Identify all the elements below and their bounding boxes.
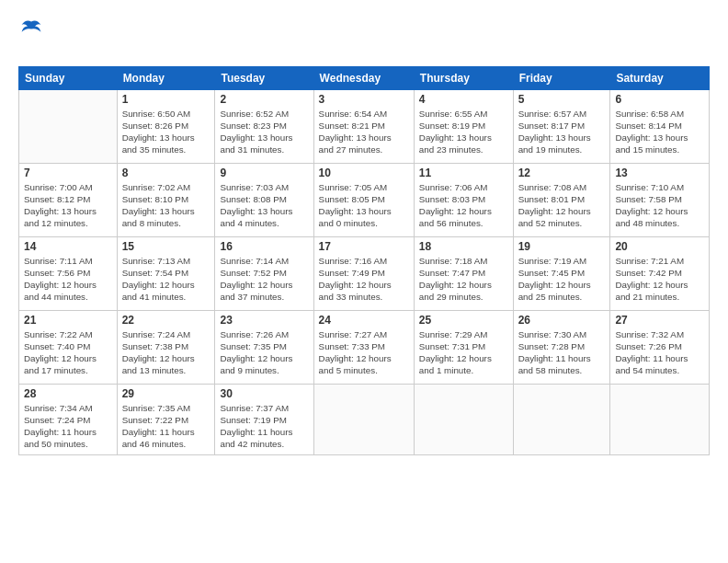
cell-info-text: Sunrise: 7:11 AMSunset: 7:56 PMDaylight:… (24, 255, 112, 304)
cell-date-number: 1 (122, 93, 210, 106)
cell-info-text: Sunrise: 7:14 AMSunset: 7:52 PMDaylight:… (220, 255, 308, 304)
cell-date-number: 4 (419, 93, 508, 106)
calendar-cell (513, 384, 610, 454)
calendar-cell: 11Sunrise: 7:06 AMSunset: 8:03 PMDayligh… (414, 163, 513, 236)
cell-info-text: Sunrise: 6:57 AMSunset: 8:17 PMDaylight:… (518, 108, 606, 156)
cell-info-text: Sunrise: 7:21 AMSunset: 7:42 PMDaylight:… (615, 255, 704, 304)
cell-date-number: 20 (615, 240, 704, 253)
cell-info-text: Sunrise: 7:10 AMSunset: 7:58 PMDaylight:… (615, 181, 704, 230)
cell-date-number: 21 (24, 314, 112, 327)
cell-date-number: 29 (122, 387, 210, 400)
calendar-cell: 18Sunrise: 7:18 AMSunset: 7:47 PMDayligh… (414, 236, 513, 310)
logo (18, 20, 42, 59)
cell-info-text: Sunrise: 7:05 AMSunset: 8:05 PMDaylight:… (319, 181, 409, 230)
calendar-cell: 15Sunrise: 7:13 AMSunset: 7:54 PMDayligh… (117, 236, 215, 310)
cell-info-text: Sunrise: 7:37 AMSunset: 7:19 PMDaylight:… (220, 402, 308, 451)
weekday-header-saturday: Saturday (610, 66, 710, 89)
cell-info-text: Sunrise: 7:32 AMSunset: 7:26 PMDaylight:… (615, 328, 704, 377)
cell-info-text: Sunrise: 7:13 AMSunset: 7:54 PMDaylight:… (122, 255, 210, 304)
cell-date-number: 16 (220, 240, 308, 253)
cell-info-text: Sunrise: 7:22 AMSunset: 7:40 PMDaylight:… (24, 328, 112, 377)
cell-date-number: 23 (220, 314, 308, 327)
cell-info-text: Sunrise: 7:06 AMSunset: 8:03 PMDaylight:… (419, 181, 508, 230)
calendar-cell: 7Sunrise: 7:00 AMSunset: 8:12 PMDaylight… (19, 163, 118, 236)
calendar-cell: 14Sunrise: 7:11 AMSunset: 7:56 PMDayligh… (19, 236, 118, 310)
cell-date-number: 6 (615, 93, 704, 106)
calendar-cell: 27Sunrise: 7:32 AMSunset: 7:26 PMDayligh… (610, 310, 710, 384)
cell-date-number: 10 (319, 167, 409, 179)
calendar-cell: 9Sunrise: 7:03 AMSunset: 8:08 PMDaylight… (215, 163, 313, 236)
calendar-cell: 5Sunrise: 6:57 AMSunset: 8:17 PMDaylight… (513, 89, 610, 163)
cell-date-number: 3 (319, 93, 409, 106)
cell-info-text: Sunrise: 7:16 AMSunset: 7:49 PMDaylight:… (319, 255, 409, 304)
calendar-cell: 22Sunrise: 7:24 AMSunset: 7:38 PMDayligh… (117, 310, 215, 384)
weekday-header-wednesday: Wednesday (313, 66, 414, 89)
calendar-cell: 3Sunrise: 6:54 AMSunset: 8:21 PMDaylight… (313, 89, 414, 163)
cell-info-text: Sunrise: 6:50 AMSunset: 8:26 PMDaylight:… (122, 108, 210, 156)
cell-info-text: Sunrise: 7:34 AMSunset: 7:24 PMDaylight:… (24, 402, 112, 451)
calendar-cell: 26Sunrise: 7:30 AMSunset: 7:28 PMDayligh… (513, 310, 610, 384)
calendar-cell (610, 384, 710, 454)
calendar-cell: 4Sunrise: 6:55 AMSunset: 8:19 PMDaylight… (414, 89, 513, 163)
cell-date-number: 5 (518, 93, 606, 106)
calendar-cell: 12Sunrise: 7:08 AMSunset: 8:01 PMDayligh… (513, 163, 610, 236)
cell-date-number: 2 (220, 93, 308, 106)
weekday-header-sunday: Sunday (19, 66, 118, 89)
cell-date-number: 13 (615, 167, 704, 179)
cell-info-text: Sunrise: 6:54 AMSunset: 8:21 PMDaylight:… (319, 108, 409, 156)
cell-date-number: 25 (419, 314, 508, 327)
calendar-cell: 25Sunrise: 7:29 AMSunset: 7:31 PMDayligh… (414, 310, 513, 384)
cell-info-text: Sunrise: 7:08 AMSunset: 8:01 PMDaylight:… (518, 181, 606, 230)
calendar-cell: 2Sunrise: 6:52 AMSunset: 8:23 PMDaylight… (215, 89, 313, 163)
calendar-cell (19, 89, 118, 163)
cell-info-text: Sunrise: 7:18 AMSunset: 7:47 PMDaylight:… (419, 255, 508, 304)
weekday-header-tuesday: Tuesday (215, 66, 313, 89)
cell-info-text: Sunrise: 7:27 AMSunset: 7:33 PMDaylight:… (319, 328, 409, 377)
calendar-cell: 19Sunrise: 7:19 AMSunset: 7:45 PMDayligh… (513, 236, 610, 310)
cell-info-text: Sunrise: 7:35 AMSunset: 7:22 PMDaylight:… (122, 402, 210, 451)
calendar-cell: 8Sunrise: 7:02 AMSunset: 8:10 PMDaylight… (117, 163, 215, 236)
cell-date-number: 11 (419, 167, 508, 179)
calendar-cell: 16Sunrise: 7:14 AMSunset: 7:52 PMDayligh… (215, 236, 313, 310)
cell-info-text: Sunrise: 7:03 AMSunset: 8:08 PMDaylight:… (220, 181, 308, 230)
cell-date-number: 28 (24, 387, 112, 400)
cell-date-number: 12 (518, 167, 606, 179)
calendar-cell: 17Sunrise: 7:16 AMSunset: 7:49 PMDayligh… (313, 236, 414, 310)
calendar-table: SundayMondayTuesdayWednesdayThursdayFrid… (18, 66, 710, 455)
cell-date-number: 19 (518, 240, 606, 253)
cell-info-text: Sunrise: 7:00 AMSunset: 8:12 PMDaylight:… (24, 181, 112, 230)
logo-icon (20, 18, 42, 37)
weekday-header-friday: Friday (513, 66, 610, 89)
cell-date-number: 9 (220, 167, 308, 179)
cell-info-text: Sunrise: 6:52 AMSunset: 8:23 PMDaylight:… (220, 108, 308, 156)
cell-info-text: Sunrise: 6:58 AMSunset: 8:14 PMDaylight:… (615, 108, 704, 156)
cell-date-number: 8 (122, 167, 210, 179)
cell-info-text: Sunrise: 6:55 AMSunset: 8:19 PMDaylight:… (419, 108, 508, 156)
cell-date-number: 7 (24, 167, 112, 179)
calendar-cell: 10Sunrise: 7:05 AMSunset: 8:05 PMDayligh… (313, 163, 414, 236)
calendar-cell: 23Sunrise: 7:26 AMSunset: 7:35 PMDayligh… (215, 310, 313, 384)
calendar-cell: 20Sunrise: 7:21 AMSunset: 7:42 PMDayligh… (610, 236, 710, 310)
calendar-cell (313, 384, 414, 454)
calendar-cell: 28Sunrise: 7:34 AMSunset: 7:24 PMDayligh… (19, 384, 118, 454)
cell-info-text: Sunrise: 7:02 AMSunset: 8:10 PMDaylight:… (122, 181, 210, 230)
cell-date-number: 30 (220, 387, 308, 400)
calendar-cell: 13Sunrise: 7:10 AMSunset: 7:58 PMDayligh… (610, 163, 710, 236)
cell-date-number: 24 (319, 314, 409, 327)
calendar-cell: 30Sunrise: 7:37 AMSunset: 7:19 PMDayligh… (215, 384, 313, 454)
cell-date-number: 15 (122, 240, 210, 253)
cell-info-text: Sunrise: 7:30 AMSunset: 7:28 PMDaylight:… (518, 328, 606, 377)
cell-info-text: Sunrise: 7:24 AMSunset: 7:38 PMDaylight:… (122, 328, 210, 377)
calendar-cell: 1Sunrise: 6:50 AMSunset: 8:26 PMDaylight… (117, 89, 215, 163)
cell-info-text: Sunrise: 7:19 AMSunset: 7:45 PMDaylight:… (518, 255, 606, 304)
calendar-cell (414, 384, 513, 454)
cell-date-number: 27 (615, 314, 704, 327)
cell-info-text: Sunrise: 7:26 AMSunset: 7:35 PMDaylight:… (220, 328, 308, 377)
weekday-header-monday: Monday (117, 66, 215, 89)
weekday-header-thursday: Thursday (414, 66, 513, 89)
cell-date-number: 18 (419, 240, 508, 253)
calendar-cell: 29Sunrise: 7:35 AMSunset: 7:22 PMDayligh… (117, 384, 215, 454)
calendar-cell: 21Sunrise: 7:22 AMSunset: 7:40 PMDayligh… (19, 310, 118, 384)
cell-info-text: Sunrise: 7:29 AMSunset: 7:31 PMDaylight:… (419, 328, 508, 377)
calendar-cell: 24Sunrise: 7:27 AMSunset: 7:33 PMDayligh… (313, 310, 414, 384)
